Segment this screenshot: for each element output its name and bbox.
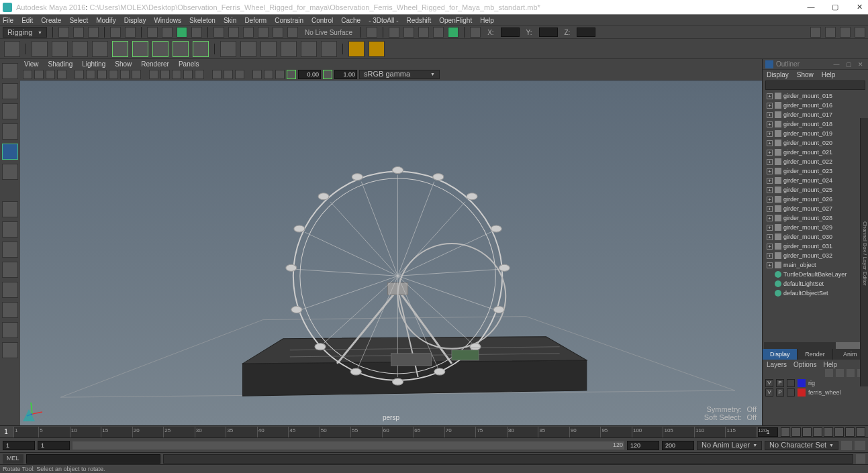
gamma-input[interactable]: 1.00 [334,70,357,79]
expand-icon[interactable]: + [767,234,773,240]
render-frame-icon[interactable] [389,27,399,38]
expand-icon[interactable]: + [767,187,773,193]
viewport[interactable]: persp Symmetry: Off Soft Select: Off [20,81,762,425]
menu-create[interactable]: Create [41,17,61,24]
menu-control[interactable]: Control [311,17,333,24]
workspace-selector[interactable]: Rigging▼ [3,27,47,38]
new-scene-icon[interactable] [58,27,69,38]
shelf-menu-icon[interactable] [4,41,20,57]
outliner-item[interactable]: +girder_mount_017 [763,110,868,119]
expand-icon[interactable]: + [767,140,773,146]
outliner-item[interactable]: +girder_mount_016 [763,101,868,110]
view-safe-action-icon[interactable] [132,70,141,79]
view-gate-mask-icon[interactable] [109,70,118,79]
layout-two-v-icon[interactable] [2,262,18,278]
outliner-item[interactable]: +girder_mount_023 [763,166,868,176]
panel-layout-icon[interactable] [470,27,481,38]
view-xray-icon[interactable] [224,70,233,79]
snap-livesurf-icon[interactable] [273,27,283,38]
range-slider-track[interactable]: 120 [73,441,624,450]
shelf-item-11-icon[interactable] [240,41,256,57]
layout-three-icon[interactable] [2,282,18,298]
outliner-item[interactable]: +girder_mount_030 [763,232,868,242]
shelf-item-7-icon[interactable] [152,41,168,57]
shelf-item-16-icon[interactable] [348,41,365,57]
move-tool-icon[interactable] [2,123,18,140]
outliner-item[interactable]: defaultObjectSet [763,288,868,298]
layout-four-icon[interactable] [2,221,18,238]
shelf-item-13-icon[interactable] [281,41,297,57]
layout-persp-icon[interactable] [2,322,18,338]
menu-constrain[interactable]: Constrain [275,17,303,24]
shelf-item-6-icon[interactable] [132,41,148,57]
save-scene-icon[interactable] [88,27,99,38]
expand-icon[interactable]: + [767,253,773,259]
tool-settings-toggle-icon[interactable] [825,27,836,38]
view-grid-icon[interactable] [75,70,84,79]
selection-mask-icon[interactable] [191,27,202,38]
expand-icon[interactable]: + [767,215,773,221]
shelf-item-3-icon[interactable] [72,41,88,57]
shelf-item-5-icon[interactable] [112,41,128,57]
colorspace-selector[interactable]: sRGB gamma▼ [359,70,440,79]
command-input[interactable] [26,454,160,464]
expand-icon[interactable]: + [767,131,773,137]
outliner-close-icon[interactable]: ✕ [856,61,865,68]
construction-history-icon[interactable] [367,27,377,38]
snap-view-icon[interactable] [287,27,298,38]
menu-openflight[interactable]: OpenFlight [439,17,472,24]
outliner-menu-show[interactable]: Show [797,71,814,78]
menu-redshift[interactable]: Redshift [407,17,432,24]
layout-outliner-icon[interactable] [2,302,18,318]
outliner-menu-help[interactable]: Help [822,71,836,78]
symmetry-indicator[interactable]: Symmetry: Off [706,405,757,413]
shelf-item-15-icon[interactable] [321,41,337,57]
outliner-item[interactable]: +girder_mount_024 [763,176,868,185]
view-gamma-icon[interactable] [264,70,273,79]
outliner-item[interactable]: +girder_mount_021 [763,148,868,157]
view-gamma-toggle-icon[interactable] [323,70,332,79]
redo-icon[interactable] [125,27,136,38]
outliner-item[interactable]: defaultLightSet [763,279,868,288]
anim-start-input[interactable]: 1 [3,441,35,450]
view-lights-icon[interactable] [183,70,193,79]
expand-icon[interactable]: + [767,262,773,268]
layout-single-icon[interactable] [2,201,18,217]
panel-menu-shading[interactable]: Shading [48,60,73,68]
character-set-selector[interactable]: No Character Set▼ [765,441,838,450]
expand-icon[interactable]: + [767,93,773,99]
step-fwd-key-icon[interactable] [845,427,855,437]
outliner-minimize-icon[interactable]: — [832,61,841,68]
lasso-tool-icon[interactable] [2,83,18,99]
outliner-item[interactable]: +girder_mount_020 [763,138,868,148]
panel-menu-show[interactable]: Show [115,60,132,68]
modeling-toolkit-toggle-icon[interactable] [855,27,865,38]
open-scene-icon[interactable] [73,27,84,38]
outliner-item[interactable]: +main_object [763,260,868,270]
expand-icon[interactable]: + [767,225,773,231]
panel-menu-renderer[interactable]: Renderer [141,60,169,68]
soft-select-indicator[interactable]: Soft Select: Off [704,413,757,421]
select-tool-icon[interactable] [2,63,18,79]
anim-prefs-icon[interactable] [855,441,865,450]
display-layer-row[interactable]: VPrig [763,378,868,388]
outliner-item[interactable]: TurtleDefaultBakeLayer [763,270,868,279]
shelf-item-10-icon[interactable] [220,41,236,57]
outliner-item[interactable]: +girder_mount_028 [763,213,868,223]
step-fwd-frame-icon[interactable] [834,427,844,437]
outliner-item[interactable]: +girder_mount_018 [763,119,868,129]
step-back-frame-icon[interactable] [802,427,812,437]
outliner-item[interactable]: +girder_mount_022 [763,157,868,166]
layer-down-icon[interactable] [836,369,844,377]
script-lang-selector[interactable]: MEL [3,454,23,464]
time-ruler[interactable]: 1510152025303540455055606570758085909510… [13,427,757,437]
outliner-maximize-icon[interactable]: ▢ [844,61,853,68]
view-xray-joints-icon[interactable] [235,70,244,79]
select-by-object-icon[interactable] [147,27,158,38]
shelf-item-2-icon[interactable] [52,41,68,57]
layer-playback-toggle[interactable]: P [776,379,784,387]
playback-start-input[interactable]: 1 [38,441,70,450]
layer-playback-toggle[interactable]: P [776,388,784,397]
script-editor-icon[interactable] [856,454,865,464]
view-viewtrans-icon[interactable] [275,70,285,79]
